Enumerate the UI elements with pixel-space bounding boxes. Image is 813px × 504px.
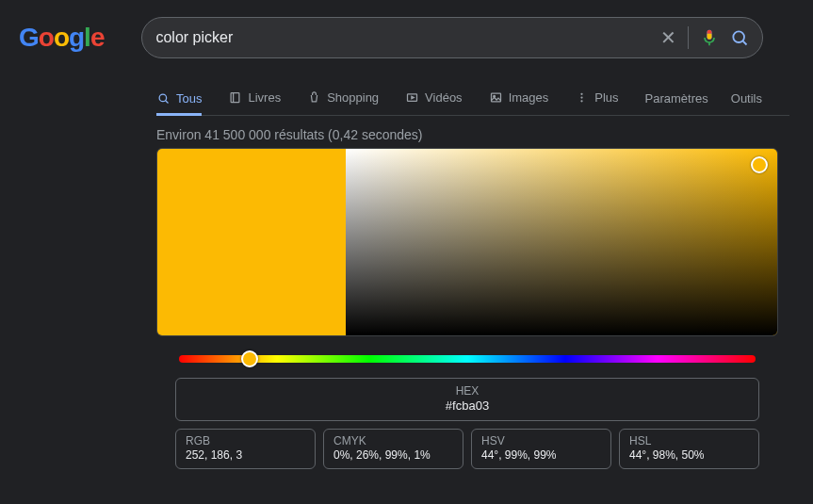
rgb-label: RGB <box>186 434 305 447</box>
hsl-box[interactable]: HSL 44°, 98%, 50% <box>619 429 759 469</box>
search-bar[interactable]: ✕ <box>141 17 763 58</box>
search-icon[interactable] <box>730 28 749 47</box>
saturation-value-area <box>156 148 778 336</box>
hex-value: #fcba03 <box>176 398 758 413</box>
cmyk-value: 0%, 26%, 99%, 1% <box>333 448 453 462</box>
header: Google ✕ <box>0 0 813 58</box>
tab-shopping[interactable]: Shopping <box>307 81 379 115</box>
hue-slider[interactable] <box>179 355 756 363</box>
saturation-gradient[interactable] <box>346 149 777 335</box>
hsv-box[interactable]: HSV 44°, 99%, 99% <box>471 429 611 469</box>
svg-point-11 <box>581 96 583 98</box>
tools-link[interactable]: Outils <box>731 91 762 106</box>
value-row: RGB 252, 186, 3 CMYK 0%, 26%, 99%, 1% HS… <box>175 429 759 469</box>
tab-label: Plus <box>594 90 618 105</box>
tab-label: Images <box>509 90 549 105</box>
color-swatch <box>157 149 346 335</box>
logo-letter: g <box>69 23 84 52</box>
tab-books[interactable]: Livres <box>228 81 281 115</box>
cmyk-label: CMYK <box>333 434 453 447</box>
rgb-box[interactable]: RGB 252, 186, 3 <box>175 429 316 469</box>
hsv-label: HSV <box>481 434 601 447</box>
svg-point-0 <box>734 31 745 42</box>
hsl-value: 44°, 98%, 50% <box>629 448 749 462</box>
settings-link[interactable]: Paramètres <box>645 91 708 106</box>
hsl-label: HSL <box>629 434 749 447</box>
tab-label: Livres <box>248 90 281 105</box>
rgb-value: 252, 186, 3 <box>186 448 305 462</box>
svg-point-10 <box>581 93 583 95</box>
svg-line-3 <box>166 100 169 103</box>
content: Environ 41 500 000 résultats (0,42 secon… <box>156 123 778 469</box>
clear-icon[interactable]: ✕ <box>660 26 676 49</box>
tab-videos[interactable]: Vidéos <box>405 81 463 115</box>
svg-marker-7 <box>412 96 415 99</box>
sv-handle[interactable] <box>751 156 768 173</box>
hue-handle[interactable] <box>241 350 258 367</box>
tab-label: Vidéos <box>425 90 463 105</box>
color-picker: HEX #fcba03 RGB 252, 186, 3 CMYK 0%, 26%… <box>156 148 778 469</box>
hsv-value: 44°, 99%, 99% <box>481 448 601 462</box>
mic-icon[interactable] <box>700 28 719 47</box>
search-input[interactable] <box>155 29 649 46</box>
tab-more[interactable]: Plus <box>575 81 618 115</box>
logo-letter: o <box>39 23 54 52</box>
logo-letter: G <box>19 23 39 52</box>
logo-letter: e <box>90 23 105 52</box>
hex-box[interactable]: HEX #fcba03 <box>175 378 759 421</box>
hex-label: HEX <box>176 384 758 398</box>
tab-label: Shopping <box>327 90 379 105</box>
divider <box>688 26 689 49</box>
logo-letter: o <box>54 23 69 52</box>
cmyk-box[interactable]: CMYK 0%, 26%, 99%, 1% <box>323 429 463 469</box>
tab-images[interactable]: Images <box>489 81 549 115</box>
svg-point-12 <box>581 100 583 102</box>
svg-point-2 <box>159 94 167 102</box>
svg-line-1 <box>743 41 747 45</box>
tabs-bar: Tous Livres Shopping Vidéos Images Plus … <box>156 81 789 116</box>
svg-rect-8 <box>491 93 500 102</box>
tabs-right: Paramètres Outils <box>645 91 762 106</box>
google-logo[interactable]: Google <box>19 23 104 53</box>
tab-label: Tous <box>176 91 202 106</box>
tab-all[interactable]: Tous <box>156 82 202 116</box>
logo-letter: l <box>84 23 90 52</box>
svg-rect-4 <box>232 93 240 103</box>
result-stats: Environ 41 500 000 résultats (0,42 secon… <box>156 123 778 148</box>
